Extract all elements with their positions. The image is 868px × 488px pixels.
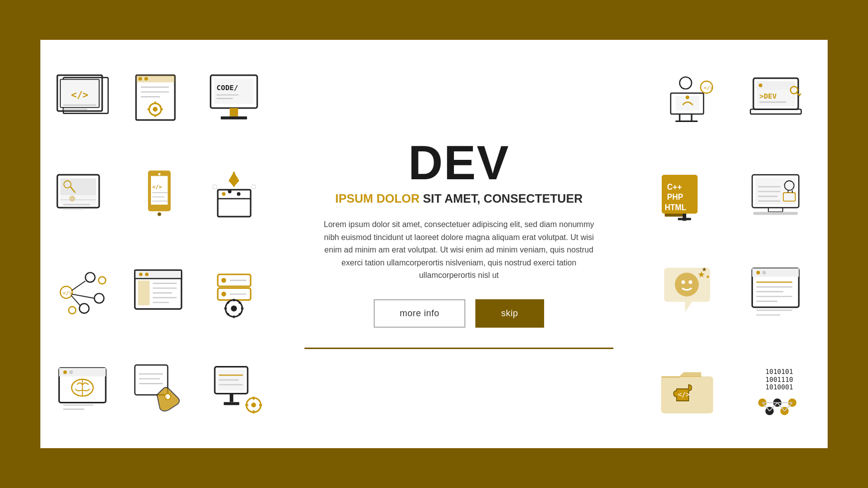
svg-text:</>: </> <box>678 390 690 398</box>
svg-text:★: ★ <box>706 274 710 279</box>
svg-point-155 <box>689 280 692 284</box>
svg-point-118 <box>686 96 689 99</box>
icon-deploy-box <box>201 151 270 241</box>
icon-developer-desk: </> <box>648 55 729 144</box>
buttons-row: more info skip <box>374 299 544 328</box>
svg-text:</>: </> <box>152 184 162 190</box>
icon-languages: C++ PHP HTML <box>648 151 729 241</box>
icon-code-monitor: CODE/ <box>201 55 270 144</box>
svg-point-54 <box>86 272 95 282</box>
svg-point-36 <box>158 173 160 176</box>
svg-point-65 <box>145 272 148 276</box>
svg-rect-50 <box>213 185 216 189</box>
svg-text:PHP: PHP <box>667 193 683 202</box>
svg-rect-138 <box>665 214 683 217</box>
svg-point-30 <box>69 196 75 202</box>
subtitle: IPSUM DOLOR SIT AMET, CONSECTETUER <box>335 192 582 206</box>
svg-text:</>: </> <box>71 89 89 101</box>
svg-line-59 <box>71 295 80 305</box>
svg-rect-66 <box>139 281 149 305</box>
svg-rect-152 <box>753 212 798 215</box>
svg-point-8 <box>139 77 142 81</box>
svg-point-79 <box>231 305 237 311</box>
icon-code-browser: </> <box>50 55 119 144</box>
icon-binary-network: 1010101 1001110 1010001 <box>737 344 818 433</box>
svg-rect-35 <box>151 176 168 205</box>
icon-remote-work <box>737 151 818 241</box>
svg-point-162 <box>762 271 766 274</box>
corner-bracket-tr <box>810 37 830 57</box>
more-info-button[interactable]: more info <box>374 299 465 328</box>
svg-text:CODE/: CODE/ <box>216 84 238 92</box>
svg-point-115 <box>680 77 692 89</box>
svg-text:>DEV: >DEV <box>759 92 777 100</box>
icon-puzzle-folder: </> <box>648 344 729 433</box>
svg-line-87 <box>239 302 240 303</box>
icon-mobile-code: </> <box>126 151 194 241</box>
icon-hand-fix: ! <box>126 344 194 433</box>
svg-line-133 <box>799 94 801 95</box>
svg-point-14 <box>153 107 158 112</box>
svg-rect-24 <box>230 108 238 117</box>
subtitle-dark: SIT AMET, CONSECTETUER <box>420 192 582 205</box>
icon-bug-rating: ★ ★ ★ <box>648 248 729 337</box>
svg-text:1001110: 1001110 <box>765 375 793 383</box>
svg-point-61 <box>99 277 106 284</box>
corner-bracket-bl <box>38 431 58 451</box>
svg-point-154 <box>682 280 685 284</box>
svg-point-48 <box>228 190 231 193</box>
svg-rect-140 <box>678 218 691 221</box>
svg-rect-25 <box>221 117 247 120</box>
icon-settings-doc <box>126 55 194 144</box>
main-card: </> <box>40 40 828 448</box>
svg-point-55 <box>95 293 104 303</box>
svg-line-84 <box>227 302 229 303</box>
corner-bracket-tl <box>38 37 58 57</box>
svg-point-153 <box>675 272 699 296</box>
svg-point-49 <box>237 192 240 196</box>
svg-point-75 <box>221 292 226 297</box>
svg-text:!: ! <box>166 394 167 400</box>
corner-bracket-br <box>810 431 830 451</box>
icon-code-review <box>737 248 818 337</box>
svg-text:1010101: 1010101 <box>765 368 793 375</box>
svg-line-58 <box>72 294 95 298</box>
icon-browser-layout <box>126 248 194 337</box>
svg-line-57 <box>72 281 86 290</box>
svg-line-85 <box>239 313 240 315</box>
svg-point-127 <box>759 84 762 87</box>
svg-point-47 <box>222 192 225 196</box>
svg-point-110 <box>251 402 256 407</box>
svg-rect-51 <box>252 185 255 189</box>
svg-text:★: ★ <box>702 266 708 273</box>
bottom-divider <box>304 348 613 349</box>
icon-server-gear <box>201 248 270 337</box>
svg-rect-107 <box>230 393 233 402</box>
svg-point-74 <box>221 278 226 283</box>
svg-point-9 <box>145 77 148 81</box>
svg-line-86 <box>227 313 229 315</box>
icon-brain-browser <box>50 344 119 433</box>
skip-button[interactable]: skip <box>475 299 544 328</box>
icon-code-network: </> <box>50 248 119 337</box>
right-icons-panel: </> >DEV C++ PHP HT <box>638 40 828 448</box>
page-title: DEV <box>408 139 509 187</box>
svg-text:</>: </> <box>704 85 714 91</box>
body-text: Lorem ipsum dolor sit amet, consectetuer… <box>322 218 596 282</box>
svg-point-64 <box>139 272 143 276</box>
subtitle-yellow: IPSUM DOLOR <box>335 192 420 205</box>
svg-text:C++: C++ <box>667 183 682 191</box>
left-icons-panel: </> <box>40 40 280 448</box>
svg-point-91 <box>69 370 73 373</box>
icon-image-search <box>50 151 119 241</box>
svg-rect-151 <box>768 208 783 212</box>
svg-point-60 <box>69 307 76 314</box>
center-panel: DEV IPSUM DOLOR SIT AMET, CONSECTETUER L… <box>280 40 638 448</box>
svg-point-161 <box>756 271 760 274</box>
svg-point-41 <box>157 213 161 216</box>
svg-text:HTML: HTML <box>665 203 687 212</box>
svg-rect-108 <box>224 402 239 405</box>
icon-dev-laptop: >DEV <box>737 55 818 144</box>
svg-text:1010001: 1010001 <box>765 383 793 391</box>
svg-point-90 <box>63 370 67 373</box>
